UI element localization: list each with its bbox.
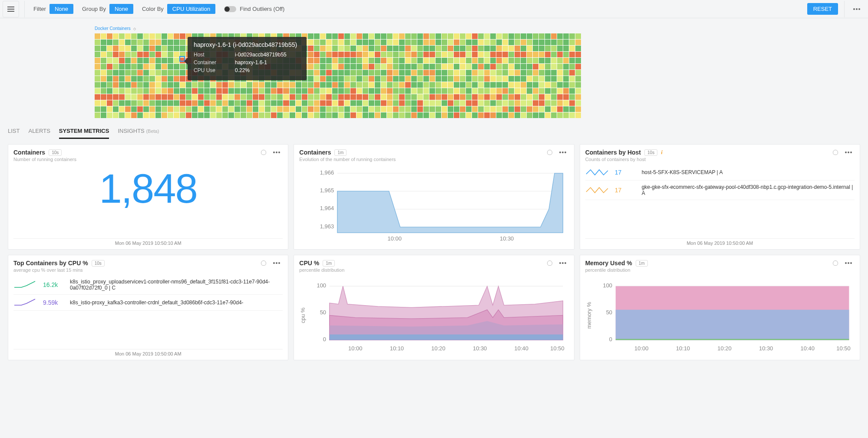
- heatmap-cell[interactable]: [119, 88, 125, 94]
- heatmap-cell[interactable]: [320, 64, 326, 69]
- heatmap-cell[interactable]: [290, 112, 295, 118]
- heatmap-cell[interactable]: [478, 33, 484, 39]
- heatmap-cell[interactable]: [375, 40, 380, 45]
- heatmap-cell[interactable]: [369, 94, 374, 100]
- heatmap-cell[interactable]: [204, 94, 210, 100]
- heatmap-cell[interactable]: [113, 58, 119, 63]
- heatmap-cell[interactable]: [508, 82, 514, 88]
- heatmap-cell[interactable]: [478, 82, 484, 88]
- heatmap-cell[interactable]: [101, 52, 106, 57]
- heatmap-cell[interactable]: [296, 112, 301, 118]
- heatmap-cell[interactable]: [569, 112, 575, 118]
- heatmap-cell[interactable]: [210, 112, 216, 118]
- heatmap-cell[interactable]: [393, 46, 399, 51]
- heatmap-cell[interactable]: [344, 100, 350, 106]
- heatmap-cell[interactable]: [417, 82, 423, 88]
- tab-system-metrics[interactable]: SYSTEM METRICS: [59, 126, 109, 139]
- heatmap-cell[interactable]: [222, 100, 228, 106]
- heatmap-cell[interactable]: [454, 46, 459, 51]
- heatmap-cell[interactable]: [454, 76, 459, 82]
- heatmap-cell[interactable]: [502, 106, 508, 112]
- heatmap-cell[interactable]: [436, 82, 441, 88]
- heatmap-cell[interactable]: [539, 58, 545, 63]
- heatmap-cell[interactable]: [308, 58, 314, 63]
- heatmap-cell[interactable]: [496, 94, 502, 100]
- heatmap-cell[interactable]: [551, 33, 557, 39]
- heatmap-cell[interactable]: [454, 52, 459, 57]
- heatmap-cell[interactable]: [557, 100, 563, 106]
- heatmap-cell[interactable]: [484, 106, 490, 112]
- heatmap-cell[interactable]: [320, 76, 326, 82]
- heatmap-cell[interactable]: [460, 88, 465, 94]
- heatmap-cell[interactable]: [363, 94, 368, 100]
- heatmap-cell[interactable]: [429, 76, 435, 82]
- heatmap-cell[interactable]: [216, 82, 222, 88]
- heatmap-cell[interactable]: [95, 82, 100, 88]
- heatmap-cell[interactable]: [155, 52, 161, 57]
- heatmap-cell[interactable]: [350, 70, 356, 76]
- heatmap-cell[interactable]: [137, 58, 143, 63]
- heatmap-cell[interactable]: [545, 82, 551, 88]
- heatmap-cell[interactable]: [484, 76, 490, 82]
- heatmap-cell[interactable]: [423, 58, 429, 63]
- heatmap-cell[interactable]: [363, 46, 368, 51]
- heatmap-cell[interactable]: [137, 70, 143, 76]
- heatmap-cell[interactable]: [296, 94, 301, 100]
- heatmap-cell[interactable]: [149, 82, 155, 88]
- heatmap-cell[interactable]: [344, 82, 350, 88]
- heatmap-cell[interactable]: [210, 88, 216, 94]
- heatmap-cell[interactable]: [356, 33, 362, 39]
- heatmap-cell[interactable]: [143, 100, 149, 106]
- heatmap-cell[interactable]: [308, 100, 314, 106]
- heatmap-cell[interactable]: [496, 100, 502, 106]
- heatmap-cell[interactable]: [320, 33, 326, 39]
- heatmap-cell[interactable]: [575, 70, 581, 76]
- heatmap-cell[interactable]: [575, 46, 581, 51]
- heatmap-cell[interactable]: [204, 112, 210, 118]
- heatmap-cell[interactable]: [283, 88, 289, 94]
- heatmap-cell[interactable]: [308, 64, 314, 69]
- heatmap-cell[interactable]: [216, 94, 222, 100]
- heatmap-cell[interactable]: [101, 58, 106, 63]
- info-icon[interactable]: i: [661, 149, 663, 156]
- heatmap-cell[interactable]: [411, 100, 417, 106]
- heatmap-cell[interactable]: [375, 94, 380, 100]
- heatmap-cell[interactable]: [131, 94, 137, 100]
- heatmap-cell[interactable]: [442, 94, 447, 100]
- heatmap-cell[interactable]: [521, 64, 526, 69]
- heatmap-cell[interactable]: [551, 76, 557, 82]
- heatmap-cell[interactable]: [448, 100, 453, 106]
- heatmap-cell[interactable]: [502, 46, 508, 51]
- heatmap-cell[interactable]: [320, 82, 326, 88]
- heatmap-cell[interactable]: [101, 82, 106, 88]
- heatmap-cell[interactable]: [265, 100, 271, 106]
- heatmap-cell[interactable]: [332, 70, 338, 76]
- heatmap-cell[interactable]: [277, 94, 283, 100]
- heatmap-cell[interactable]: [308, 40, 314, 45]
- heatmap-cell[interactable]: [490, 64, 496, 69]
- heatmap-cell[interactable]: [369, 82, 374, 88]
- heatmap-cell[interactable]: [174, 58, 179, 63]
- heatmap-cell[interactable]: [466, 82, 472, 88]
- heatmap-cell[interactable]: [363, 40, 368, 45]
- heatmap-cell[interactable]: [448, 70, 453, 76]
- heatmap-cell[interactable]: [533, 88, 538, 94]
- heatmap-cell[interactable]: [575, 58, 581, 63]
- heatmap-cell[interactable]: [417, 88, 423, 94]
- heatmap-cell[interactable]: [234, 106, 240, 112]
- heatmap-cell[interactable]: [143, 40, 149, 45]
- heatmap-cell[interactable]: [332, 94, 338, 100]
- heatmap-cell[interactable]: [308, 33, 314, 39]
- heatmap-cell[interactable]: [332, 46, 338, 51]
- heatmap-cell[interactable]: [545, 33, 551, 39]
- heatmap-cell[interactable]: [247, 106, 252, 112]
- heatmap-cell[interactable]: [399, 94, 405, 100]
- heatmap-cell[interactable]: [423, 70, 429, 76]
- heatmap-cell[interactable]: [490, 100, 496, 106]
- heatmap-cell[interactable]: [381, 64, 386, 69]
- heatmap-cell[interactable]: [575, 112, 581, 118]
- heatmap-cell[interactable]: [575, 52, 581, 57]
- heatmap-cell[interactable]: [326, 33, 332, 39]
- heatmap-cell[interactable]: [527, 94, 532, 100]
- heatmap-cell[interactable]: [399, 106, 405, 112]
